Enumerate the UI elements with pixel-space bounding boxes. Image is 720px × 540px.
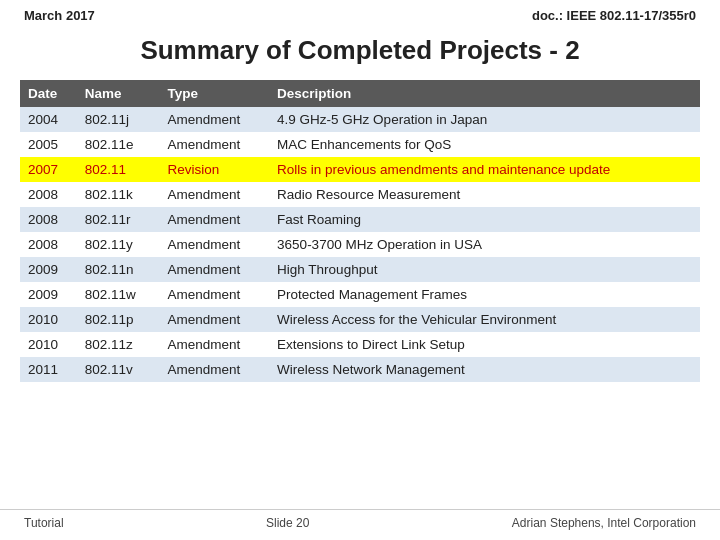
- cell-date: 2010: [20, 307, 77, 332]
- cell-type: Amendment: [160, 282, 270, 307]
- cell-description: Rolls in previous amendments and mainten…: [269, 157, 700, 182]
- cell-name: 802.11y: [77, 232, 160, 257]
- cell-name: 802.11v: [77, 357, 160, 382]
- cell-date: 2008: [20, 207, 77, 232]
- cell-description: Extensions to Direct Link Setup: [269, 332, 700, 357]
- cell-date: 2009: [20, 282, 77, 307]
- cell-date: 2005: [20, 132, 77, 157]
- cell-name: 802.11p: [77, 307, 160, 332]
- cell-description: Wireless Network Management: [269, 357, 700, 382]
- cell-date: 2004: [20, 107, 77, 132]
- cell-description: Fast Roaming: [269, 207, 700, 232]
- col-type: Type: [160, 80, 270, 107]
- cell-description: High Throughput: [269, 257, 700, 282]
- header: March 2017 doc.: IEEE 802.11-17/355r0: [0, 0, 720, 27]
- cell-type: Amendment: [160, 357, 270, 382]
- cell-date: 2007: [20, 157, 77, 182]
- table-row: 2009802.11nAmendmentHigh Throughput: [20, 257, 700, 282]
- cell-date: 2010: [20, 332, 77, 357]
- table-row: 2004802.11jAmendment4.9 GHz-5 GHz Operat…: [20, 107, 700, 132]
- footer-center: Slide 20: [266, 516, 309, 530]
- cell-type: Amendment: [160, 132, 270, 157]
- footer-left: Tutorial: [24, 516, 64, 530]
- cell-date: 2008: [20, 232, 77, 257]
- cell-name: 802.11j: [77, 107, 160, 132]
- table-row: 2005802.11eAmendmentMAC Enhancements for…: [20, 132, 700, 157]
- cell-description: Radio Resource Measurement: [269, 182, 700, 207]
- cell-type: Amendment: [160, 107, 270, 132]
- table-row: 2007802.11RevisionRolls in previous amen…: [20, 157, 700, 182]
- cell-type: Amendment: [160, 232, 270, 257]
- table-row: 2008802.11kAmendmentRadio Resource Measu…: [20, 182, 700, 207]
- cell-description: 3650-3700 MHz Operation in USA: [269, 232, 700, 257]
- cell-description: Wireless Access for the Vehicular Enviro…: [269, 307, 700, 332]
- page-title: Summary of Completed Projects - 2: [0, 27, 720, 80]
- table-row: 2009802.11wAmendmentProtected Management…: [20, 282, 700, 307]
- cell-name: 802.11e: [77, 132, 160, 157]
- table-container: Date Name Type Description 2004802.11jAm…: [0, 80, 720, 382]
- cell-date: 2008: [20, 182, 77, 207]
- col-description: Description: [269, 80, 700, 107]
- table-row: 2011802.11vAmendmentWireless Network Man…: [20, 357, 700, 382]
- footer: Tutorial Slide 20 Adrian Stephens, Intel…: [0, 509, 720, 530]
- table-row: 2010802.11zAmendmentExtensions to Direct…: [20, 332, 700, 357]
- cell-date: 2009: [20, 257, 77, 282]
- cell-type: Amendment: [160, 257, 270, 282]
- cell-name: 802.11r: [77, 207, 160, 232]
- cell-date: 2011: [20, 357, 77, 382]
- col-date: Date: [20, 80, 77, 107]
- header-date: March 2017: [24, 8, 95, 23]
- table-row: 2008802.11rAmendmentFast Roaming: [20, 207, 700, 232]
- table-row: 2010802.11pAmendmentWireless Access for …: [20, 307, 700, 332]
- cell-type: Amendment: [160, 332, 270, 357]
- cell-name: 802.11: [77, 157, 160, 182]
- cell-type: Revision: [160, 157, 270, 182]
- cell-name: 802.11z: [77, 332, 160, 357]
- cell-type: Amendment: [160, 207, 270, 232]
- cell-type: Amendment: [160, 307, 270, 332]
- page: March 2017 doc.: IEEE 802.11-17/355r0 Su…: [0, 0, 720, 540]
- cell-description: Protected Management Frames: [269, 282, 700, 307]
- cell-description: MAC Enhancements for QoS: [269, 132, 700, 157]
- cell-name: 802.11k: [77, 182, 160, 207]
- table-header-row: Date Name Type Description: [20, 80, 700, 107]
- cell-name: 802.11n: [77, 257, 160, 282]
- footer-right: Adrian Stephens, Intel Corporation: [512, 516, 696, 530]
- cell-name: 802.11w: [77, 282, 160, 307]
- cell-type: Amendment: [160, 182, 270, 207]
- header-doc: doc.: IEEE 802.11-17/355r0: [532, 8, 696, 23]
- col-name: Name: [77, 80, 160, 107]
- table-row: 2008802.11yAmendment3650-3700 MHz Operat…: [20, 232, 700, 257]
- cell-description: 4.9 GHz-5 GHz Operation in Japan: [269, 107, 700, 132]
- projects-table: Date Name Type Description 2004802.11jAm…: [20, 80, 700, 382]
